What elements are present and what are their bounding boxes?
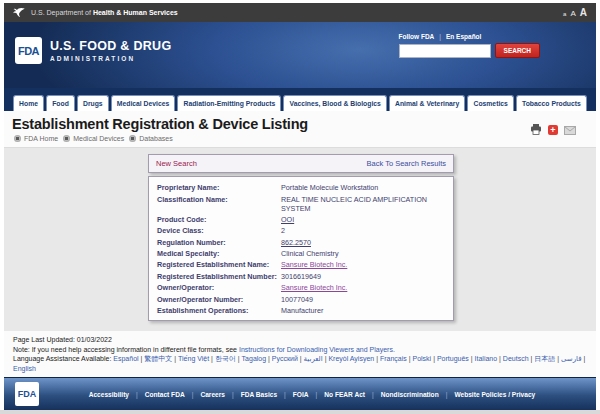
row-label: Owner/Operator Number: bbox=[157, 295, 281, 304]
fda-logo[interactable]: FDA bbox=[15, 37, 42, 64]
row-label: Medical Specialty: bbox=[157, 249, 281, 258]
device-detail-table: Proprietary Name: Portable Molecule Work… bbox=[148, 176, 454, 321]
share-icon[interactable]: + bbox=[548, 125, 558, 135]
breadcrumb-link[interactable]: Databases bbox=[139, 135, 172, 142]
header-link-separator: | bbox=[439, 33, 441, 40]
row-value: 3016619649 bbox=[281, 272, 321, 281]
language-link-fran-ais[interactable]: Français bbox=[380, 355, 407, 362]
font-size-large[interactable]: A bbox=[580, 7, 587, 18]
search-button[interactable]: SEARCH bbox=[495, 43, 540, 58]
email-icon[interactable] bbox=[564, 121, 576, 139]
footer-link-careers[interactable]: Careers bbox=[200, 391, 225, 398]
row-value: REAL TIME NUCLEIC ACID AMPLIFICATION SYS… bbox=[281, 195, 445, 213]
row-value-link[interactable]: Sansure Biotech Inc. bbox=[281, 283, 347, 292]
hhs-dept-text: U.S. Department of Health & Human Servic… bbox=[31, 9, 178, 16]
footer-link-separator: | bbox=[446, 391, 448, 398]
language-link-[interactable]: 繁體中文 bbox=[144, 355, 172, 362]
footer-link-contact-fda[interactable]: Contact FDA bbox=[145, 391, 185, 398]
language-link-english[interactable]: English bbox=[13, 365, 36, 372]
row-value: Clinical Chemistry bbox=[281, 249, 339, 258]
footer-fda-logo[interactable]: FDA bbox=[15, 382, 39, 406]
row-value: Manufacturer bbox=[281, 306, 323, 315]
language-link-[interactable]: العربية bbox=[304, 355, 323, 362]
language-link-deutsch[interactable]: Deutsch bbox=[503, 355, 529, 362]
page-last-updated: Page Last Updated: 01/03/2022 bbox=[13, 335, 587, 345]
nav-tab-drugs[interactable]: Drugs bbox=[77, 95, 109, 111]
table-row: Registered Establishment Name: Sansure B… bbox=[157, 259, 445, 270]
language-link-[interactable]: 日本語 bbox=[534, 355, 555, 362]
footer-bar: FDA Accessibility|Contact FDA|Careers|FD… bbox=[4, 377, 596, 410]
language-link-ti-ng-vi-t[interactable]: Tiếng Việt bbox=[178, 355, 209, 362]
back-to-search-results-link[interactable]: Back To Search Results bbox=[367, 159, 446, 168]
follow-fda-link[interactable]: Follow FDA bbox=[399, 33, 435, 40]
nav-tab-vaccines-blood-biologics[interactable]: Vaccines, Blood & Biologics bbox=[283, 95, 387, 111]
font-size-small[interactable]: a bbox=[563, 11, 566, 17]
footer-link-accessibility[interactable]: Accessibility bbox=[89, 391, 129, 398]
breadcrumb-item-databases: Databases bbox=[129, 135, 172, 142]
fda-name-line1: U.S. FOOD & DRUG bbox=[50, 39, 171, 53]
nav-tab-home[interactable]: Home bbox=[13, 95, 44, 111]
nav-tab-animal-veterinary[interactable]: Animal & Veterinary bbox=[389, 95, 465, 111]
footer-link-foia[interactable]: FOIA bbox=[293, 391, 309, 398]
browser-page: U.S. Department of Health & Human Servic… bbox=[0, 0, 600, 414]
downloading-viewers-link[interactable]: Instructions for Downloading Viewers and… bbox=[239, 346, 395, 353]
font-size-medium[interactable]: A bbox=[570, 9, 575, 18]
footer-link-website-policies-privacy[interactable]: Website Policies / Privacy bbox=[454, 391, 535, 398]
fda-name-line2: ADMINISTRATION bbox=[50, 55, 171, 62]
language-link-[interactable]: فارسی bbox=[561, 355, 582, 362]
language-link-portugu-s[interactable]: Português bbox=[437, 355, 469, 362]
breadcrumb-item-fda-home: FDA Home bbox=[14, 135, 58, 142]
row-value: 2 bbox=[281, 226, 285, 235]
search-input[interactable] bbox=[399, 44, 491, 58]
breadcrumb-link[interactable]: Medical Devices bbox=[73, 135, 124, 142]
new-search-link[interactable]: New Search bbox=[156, 159, 197, 168]
page-footer-text: Page Last Updated: 01/03/2022 Note: If y… bbox=[4, 331, 596, 377]
table-row: Owner/Operator: Sansure Biotech Inc. bbox=[157, 282, 445, 293]
nav-tab-radiation-emitting-products[interactable]: Radiation-Emitting Products bbox=[177, 95, 281, 111]
language-link-polski[interactable]: Polski bbox=[413, 355, 432, 362]
row-value-link[interactable]: 862.2570 bbox=[281, 238, 311, 247]
page-title: Establishment Registration & Device List… bbox=[12, 116, 596, 132]
font-size-controls[interactable]: a A A bbox=[563, 7, 587, 18]
breadcrumb-bullet-icon bbox=[129, 135, 136, 142]
nav-tab-tobacco-products[interactable]: Tobacco Products bbox=[516, 95, 587, 111]
language-link-tagalog[interactable]: Tagalog bbox=[242, 355, 267, 362]
breadcrumb: FDA HomeMedical DevicesDatabases bbox=[14, 135, 596, 142]
language-link-[interactable]: 한국어 bbox=[215, 355, 236, 362]
language-link-[interactable]: Русский bbox=[272, 355, 298, 362]
en-espanol-link[interactable]: En Español bbox=[446, 33, 481, 40]
breadcrumb-link[interactable]: FDA Home bbox=[24, 135, 58, 142]
language-link-krey-l-ayisyen[interactable]: Kreyòl Ayisyen bbox=[328, 355, 374, 362]
fda-wordmark: U.S. FOOD & DRUG ADMINISTRATION bbox=[50, 39, 171, 62]
row-value: Portable Molecule Workstation bbox=[281, 183, 378, 192]
bottom-strip bbox=[0, 410, 600, 414]
breadcrumb-bullet-icon bbox=[63, 135, 70, 142]
nav-tab-medical-devices[interactable]: Medical Devices bbox=[111, 95, 176, 111]
nav-tab-food[interactable]: Food bbox=[46, 95, 75, 111]
row-value-link[interactable]: OOI bbox=[281, 215, 294, 224]
footer-link-fda-basics[interactable]: FDA Basics bbox=[241, 391, 277, 398]
row-label: Regulation Number: bbox=[157, 238, 281, 247]
table-row: Establishment Operations: Manufacturer bbox=[157, 305, 445, 316]
language-link-italiano[interactable]: Italiano bbox=[475, 355, 498, 362]
breadcrumb-item-medical-devices: Medical Devices bbox=[63, 135, 124, 142]
row-value-link[interactable]: Sansure Biotech Inc. bbox=[281, 260, 347, 269]
row-label: Proprietary Name: bbox=[157, 183, 281, 192]
language-assistance-label: Language Assistance Available: bbox=[13, 355, 111, 362]
nav-tab-cosmetics[interactable]: Cosmetics bbox=[467, 95, 514, 111]
language-assistance-line: Language Assistance Available: Español |… bbox=[13, 354, 587, 373]
language-link-espa-ol[interactable]: Español bbox=[113, 355, 138, 362]
table-row: Device Class: 2 bbox=[157, 225, 445, 236]
device-listing-panel: New Search Back To Search Results Propri… bbox=[148, 154, 454, 321]
row-label: Device Class: bbox=[157, 226, 281, 235]
title-area: Establishment Registration & Device List… bbox=[4, 111, 596, 147]
printer-icon[interactable] bbox=[530, 121, 542, 139]
nav-tabs: HomeFoodDrugsMedical DevicesRadiation-Em… bbox=[4, 88, 596, 111]
row-label: Registered Establishment Number: bbox=[157, 272, 281, 281]
fda-header: FDA U.S. FOOD & DRUG ADMINISTRATION Foll… bbox=[4, 22, 596, 88]
footer-link-separator: | bbox=[232, 391, 234, 398]
row-label: Registered Establishment Name: bbox=[157, 260, 281, 269]
footer-link-no-fear-act[interactable]: No FEAR Act bbox=[324, 391, 365, 398]
footer-link-nondiscrimination[interactable]: Nondiscrimination bbox=[381, 391, 439, 398]
row-label: Owner/Operator: bbox=[157, 283, 281, 292]
